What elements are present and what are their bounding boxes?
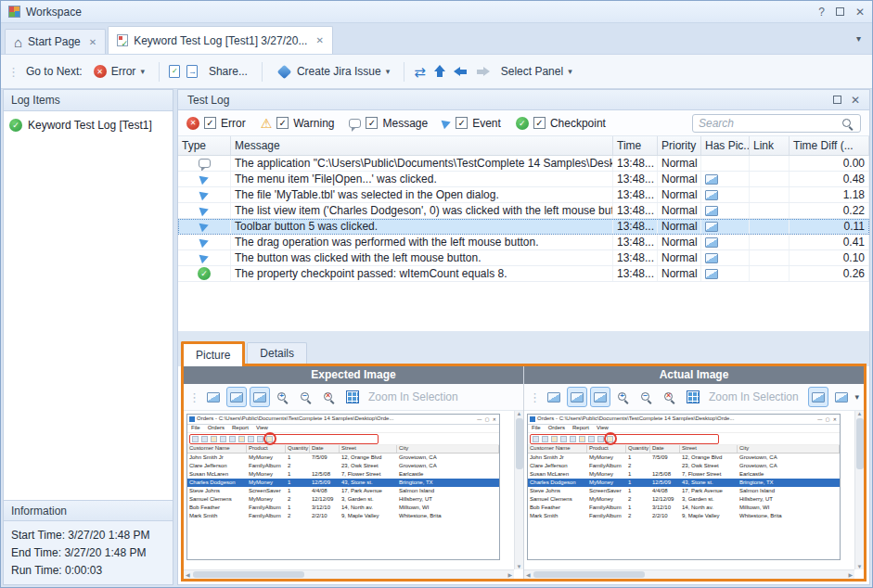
checkpoint-checkbox[interactable]: ✓ bbox=[533, 117, 546, 129]
event-checkbox[interactable]: ✓ bbox=[456, 117, 468, 129]
chevron-down-icon[interactable]: ▾ bbox=[854, 392, 859, 402]
column-has-picture[interactable]: Has Pic... bbox=[701, 136, 750, 155]
toolbar-grip[interactable]: ⋮ bbox=[529, 391, 541, 403]
vertical-scrollbar[interactable]: ▲ ▼ bbox=[854, 411, 864, 569]
scroll-up-icon[interactable]: ▲ bbox=[857, 411, 863, 416]
zoom-selection-icon[interactable] bbox=[342, 387, 363, 407]
filter-checkpoint[interactable]: ✓ Checkpoint bbox=[516, 117, 606, 130]
back-icon[interactable] bbox=[454, 65, 469, 79]
scrollbar-thumb[interactable] bbox=[516, 418, 523, 469]
picture-icon[interactable] bbox=[705, 269, 718, 279]
jump-to-source-icon[interactable]: ⇄ bbox=[414, 65, 426, 79]
zoom-reset-icon[interactable]: ✕ bbox=[660, 387, 680, 407]
scrollbar-thumb[interactable] bbox=[856, 418, 864, 469]
show-difference-icon[interactable] bbox=[808, 387, 828, 407]
scrollbar-thumb[interactable] bbox=[533, 571, 645, 578]
scroll-down-icon[interactable]: ▼ bbox=[517, 564, 522, 569]
tab-close-icon[interactable]: ✕ bbox=[89, 37, 96, 47]
toolbar-grip[interactable]: ⋮ bbox=[188, 391, 200, 403]
picture-options-icon[interactable] bbox=[831, 387, 852, 407]
zoom-in-icon[interactable]: + bbox=[613, 387, 634, 407]
search-box[interactable] bbox=[692, 114, 861, 133]
filter-error[interactable]: ✓ Error bbox=[186, 117, 246, 130]
message-checkbox[interactable]: ✓ bbox=[366, 117, 378, 129]
scroll-left-icon[interactable]: ◀ bbox=[186, 571, 190, 578]
restore-button[interactable] bbox=[836, 6, 844, 18]
column-link[interactable]: Link bbox=[750, 136, 790, 155]
zoom-out-icon[interactable]: − bbox=[636, 387, 657, 407]
log-picture-cell bbox=[701, 187, 750, 202]
close-button[interactable]: ✕ bbox=[855, 6, 865, 18]
picture-icon[interactable] bbox=[705, 253, 718, 263]
scroll-left-icon[interactable]: ◀ bbox=[526, 571, 531, 578]
log-row[interactable]: The drag operation was performed with th… bbox=[178, 235, 869, 250]
zoom-selection-icon[interactable] bbox=[683, 387, 703, 407]
column-priority[interactable]: Priority bbox=[658, 136, 701, 155]
column-message[interactable]: Message bbox=[231, 136, 613, 155]
picture-icon[interactable] bbox=[705, 190, 718, 200]
close-panel-icon[interactable]: ✕ bbox=[851, 95, 860, 106]
create-jira-issue-button[interactable]: Create Jira Issue ▾ bbox=[272, 62, 394, 81]
zoom-in-icon[interactable]: + bbox=[273, 387, 293, 407]
share-button[interactable]: Share... bbox=[204, 62, 252, 81]
warning-checkbox[interactable]: ✓ bbox=[276, 117, 289, 129]
filter-message[interactable]: ✓ Message bbox=[349, 117, 428, 130]
horizontal-scrollbar[interactable]: ◀ ▶ bbox=[524, 569, 854, 579]
tab-list-dropdown-icon[interactable]: ▾ bbox=[856, 33, 861, 44]
orders-grid-column: Quantity bbox=[286, 445, 310, 453]
select-panel-button[interactable]: Select Panel ▾ bbox=[496, 62, 577, 81]
error-checkbox[interactable]: ✓ bbox=[204, 117, 216, 129]
log-row[interactable]: The list view item ('Charles Dodgeson', … bbox=[178, 203, 869, 219]
orders-cell: Clare Jefferson bbox=[187, 463, 247, 469]
scroll-right-icon[interactable]: ▶ bbox=[848, 571, 853, 578]
horizontal-scrollbar[interactable]: ◀ ▶ bbox=[184, 569, 514, 579]
picture-icon[interactable] bbox=[705, 206, 718, 216]
log-row[interactable]: The menu item 'File|Open...' was clicked… bbox=[178, 172, 869, 187]
scrollbar-thumb[interactable] bbox=[193, 571, 304, 578]
log-row[interactable]: The property checkpoint passed: wItemCou… bbox=[178, 266, 869, 282]
export-results-icon[interactable] bbox=[169, 65, 180, 78]
event-icon bbox=[199, 221, 210, 232]
column-type[interactable]: Type bbox=[178, 136, 231, 155]
scroll-up-icon[interactable]: ▲ bbox=[517, 411, 522, 416]
search-icon[interactable] bbox=[841, 117, 854, 130]
filter-event[interactable]: ✓ Event bbox=[443, 117, 501, 130]
tab-start-page[interactable]: ⌂ Start Page ✕ bbox=[5, 29, 106, 54]
copy-image-icon[interactable] bbox=[203, 387, 224, 407]
log-row[interactable]: The button was clicked with the left mou… bbox=[178, 250, 869, 266]
view-comparison-icon[interactable] bbox=[590, 387, 610, 407]
view-expected-icon[interactable] bbox=[226, 387, 247, 407]
scroll-down-icon[interactable]: ▼ bbox=[857, 564, 863, 569]
tab-details[interactable]: Details bbox=[247, 342, 307, 364]
log-row[interactable]: The file 'MyTable.tbl' was selected in t… bbox=[178, 187, 869, 203]
view-comparison-icon[interactable] bbox=[250, 387, 270, 407]
zoom-out-icon[interactable]: − bbox=[296, 387, 316, 407]
share-results-icon[interactable] bbox=[186, 65, 198, 78]
picture-icon[interactable] bbox=[705, 222, 718, 232]
log-row[interactable]: Toolbar button 5 was clicked. 13:48... N… bbox=[178, 219, 869, 235]
log-priority-cell: Normal bbox=[658, 266, 701, 281]
tab-close-icon[interactable]: ✕ bbox=[315, 35, 323, 45]
copy-image-icon[interactable] bbox=[544, 387, 564, 407]
forward-icon[interactable] bbox=[475, 65, 490, 79]
orders-grid-column: City bbox=[738, 445, 840, 453]
tree-item-keyword-test-log[interactable]: Keyword Test Log [Test1] bbox=[4, 116, 173, 134]
column-time-diff[interactable]: Time Diff (... bbox=[790, 136, 869, 155]
picture-icon[interactable] bbox=[705, 237, 718, 248]
toolbar-grip[interactable]: ⋮ bbox=[7, 66, 19, 78]
log-row[interactable]: The application "C:\Users\Public\Documen… bbox=[178, 156, 869, 172]
vertical-scrollbar[interactable]: ▲ ▼ bbox=[514, 411, 523, 569]
view-actual-icon[interactable] bbox=[567, 387, 587, 407]
search-input[interactable] bbox=[699, 117, 841, 130]
help-button[interactable]: ? bbox=[818, 6, 825, 18]
go-to-error-button[interactable]: Error ▾ bbox=[89, 62, 149, 81]
tab-keyword-test-log[interactable]: Keyword Test Log [Test1] 3/27/20... ✕ bbox=[108, 26, 333, 54]
float-panel-icon[interactable] bbox=[833, 96, 841, 104]
zoom-reset-icon[interactable]: ✕ bbox=[319, 387, 340, 407]
column-time[interactable]: Time bbox=[613, 136, 658, 155]
picture-icon[interactable] bbox=[705, 174, 718, 185]
up-one-level-icon[interactable] bbox=[432, 65, 447, 79]
tab-picture[interactable]: Picture bbox=[181, 341, 245, 366]
filter-warning[interactable]: ⚠ ✓ Warning bbox=[261, 117, 335, 130]
scroll-right-icon[interactable]: ▶ bbox=[507, 571, 512, 578]
